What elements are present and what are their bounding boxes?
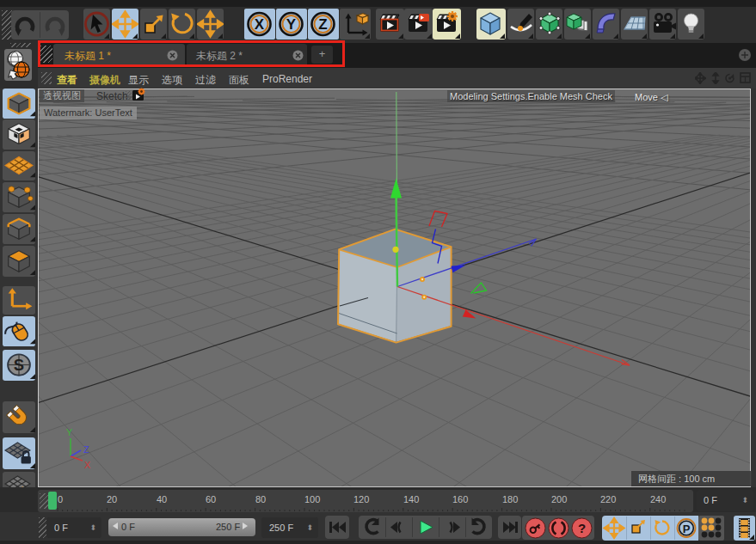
svg-text:Z: Z xyxy=(83,444,89,455)
svg-text:220: 220 xyxy=(600,494,616,504)
svg-text:40: 40 xyxy=(157,494,167,504)
svg-text:Y: Y xyxy=(66,427,73,437)
svg-text:?: ? xyxy=(578,521,586,535)
svg-text:100: 100 xyxy=(304,494,320,504)
svg-text:Y: Y xyxy=(286,16,297,33)
svg-text:P: P xyxy=(683,523,691,535)
svg-text:240: 240 xyxy=(650,494,666,504)
svg-text:60: 60 xyxy=(206,494,216,504)
svg-text:80: 80 xyxy=(255,494,266,504)
svg-text:Z: Z xyxy=(318,16,327,33)
svg-text:160: 160 xyxy=(452,494,468,504)
svg-text:20: 20 xyxy=(107,494,117,504)
svg-text:S: S xyxy=(14,358,24,374)
svg-text:200: 200 xyxy=(551,494,567,504)
svg-text:X: X xyxy=(255,16,265,33)
svg-text:120: 120 xyxy=(353,494,369,504)
svg-text:140: 140 xyxy=(403,494,419,504)
svg-text:X: X xyxy=(84,460,91,470)
svg-text:180: 180 xyxy=(502,494,518,504)
svg-text:0: 0 xyxy=(58,494,63,504)
